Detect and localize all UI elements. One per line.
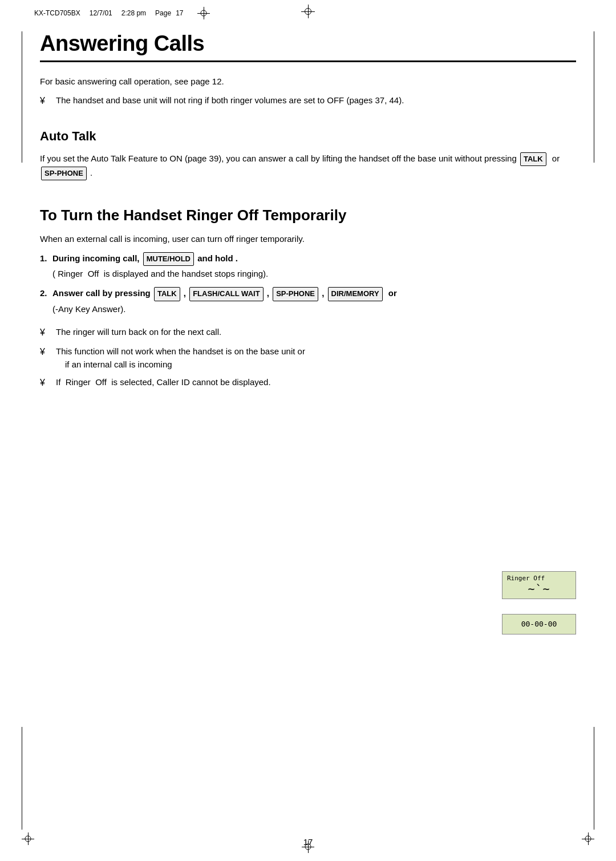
- step2-comma1: ,: [184, 288, 186, 298]
- display-screen-2: 00-00-00: [502, 614, 576, 634]
- step-1: 1. During incoming call, MUTE/HOLD and h…: [40, 252, 576, 281]
- auto-talk-dot: .: [90, 168, 92, 177]
- page-container: KX-TCD705BX 12/7/01 2:28 pm Page 17 Answ…: [0, 0, 616, 861]
- step1-dot: .: [236, 253, 238, 263]
- intro-text: For basic answering call operation, see …: [40, 75, 576, 88]
- bullet-symbol-4: ¥: [40, 376, 49, 390]
- auto-talk-text: If you set the Auto Talk Feature to ON (…: [40, 153, 517, 163]
- steps-area: Ringer Off ~`~ 00-00-00 1. During incomi…: [40, 252, 576, 317]
- step1-key: MUTE/HOLD: [143, 252, 194, 266]
- step2-key-flash: FLASH/CALL WAIT: [189, 287, 263, 301]
- step2-key-talk: TALK: [154, 287, 180, 301]
- bullet-item-4: ¥ If Ringer Off is selected, Caller ID c…: [40, 375, 576, 390]
- step2-bold: Answer call by pressing: [52, 288, 151, 298]
- step2-key-sp: SP-PHONE: [273, 287, 318, 301]
- header-page-label: Page: [155, 9, 171, 17]
- display-text-2: 00-00-00: [521, 620, 557, 628]
- right-border-bottom: [594, 727, 594, 830]
- bullet-symbol-3: ¥: [40, 345, 49, 359]
- display-line2: ~`~: [507, 582, 571, 596]
- auto-talk-or: or: [552, 153, 560, 163]
- section1-heading: Auto Talk: [40, 129, 576, 144]
- step1-sub: ( Ringer Off is displayed and the handse…: [52, 267, 576, 281]
- header-crosshair: [197, 7, 210, 19]
- bullet-text-4: If Ringer Off is selected, Caller ID can…: [56, 375, 271, 389]
- bullet-text-3: This function will not work when the han…: [56, 345, 305, 371]
- page-number: 17: [303, 837, 313, 847]
- header-bar: KX-TCD705BX 12/7/01 2:28 pm Page 17: [34, 7, 582, 19]
- bullet-text-2: The ringer will turn back on for the nex…: [56, 325, 221, 338]
- header-model: KX-TCD705BX: [34, 9, 80, 17]
- header-time: 2:28 pm: [121, 9, 146, 17]
- display-screen-1: Ringer Off ~`~: [502, 571, 576, 599]
- step2-sub: (-Any Key Answer).: [52, 302, 576, 316]
- right-border-top: [594, 31, 594, 163]
- header-page-num: 17: [176, 9, 183, 17]
- bullet-text-1: The handset and base unit will not ring …: [56, 94, 404, 107]
- bottom-crosshair-right: [582, 832, 594, 845]
- step2-comma3: ,: [322, 288, 324, 298]
- bullet-item-2: ¥ The ringer will turn back on for the n…: [40, 325, 576, 340]
- step2-label: 2.: [40, 286, 50, 300]
- key-sp-btn: SP-PHONE: [41, 167, 87, 180]
- step2-content: Answer call by pressing TALK , FLASH/CAL…: [52, 286, 576, 316]
- step1-label: 1.: [40, 252, 50, 265]
- step1-hold: and hold: [197, 253, 236, 263]
- step2-or: or: [388, 288, 397, 298]
- display-panel: Ringer Off ~`~ 00-00-00: [502, 571, 576, 634]
- key-talk-btn: TALK: [520, 152, 546, 166]
- step2-key-dir: DIR/MEMORY: [328, 287, 383, 301]
- auto-talk-para: If you set the Auto Talk Feature to ON (…: [40, 152, 576, 180]
- step1-bold: During incoming call,: [52, 253, 140, 263]
- bullet-symbol-1: ¥: [40, 94, 49, 108]
- bullet-symbol-2: ¥: [40, 326, 49, 340]
- display-line1: Ringer Off: [507, 575, 571, 582]
- step-2: 2. Answer call by pressing TALK , FLASH/…: [40, 286, 576, 316]
- section2-intro: When an external call is incoming, user …: [40, 232, 576, 245]
- step1-content: During incoming call, MUTE/HOLD and hold…: [52, 252, 576, 281]
- page-title: Answering Calls: [40, 31, 576, 62]
- left-border-top: [22, 31, 22, 163]
- main-content: Answering Calls For basic answering call…: [40, 31, 576, 827]
- bullet-item-1: ¥ The handset and base unit will not rin…: [40, 94, 576, 108]
- section2-heading: To Turn the Handset Ringer Off Temporari…: [40, 207, 576, 224]
- bottom-crosshair-left: [22, 832, 34, 845]
- bullet-item-3: ¥ This function will not work when the h…: [40, 345, 576, 371]
- header-date: 12/7/01: [90, 9, 112, 17]
- left-border-bottom: [22, 727, 22, 830]
- step2-comma2: ,: [267, 288, 269, 298]
